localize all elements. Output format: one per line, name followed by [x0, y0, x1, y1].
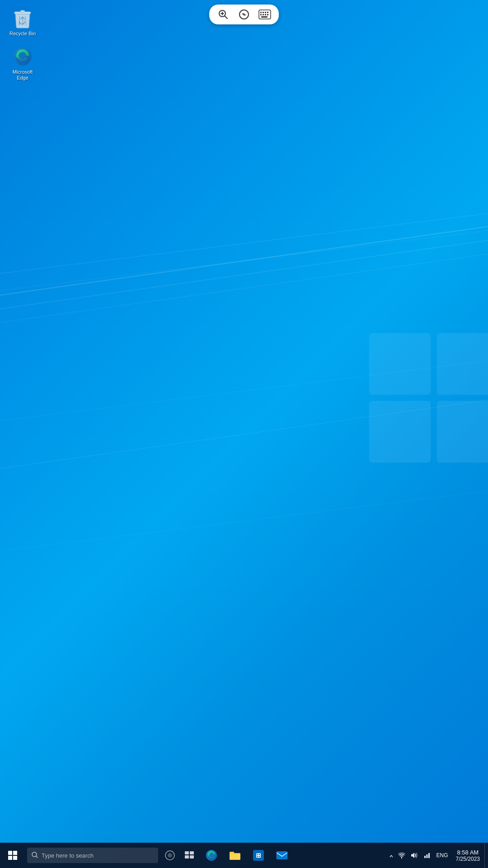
svg-rect-42: [424, 856, 426, 858]
desktop-icons: Recycle Bin: [5, 5, 41, 84]
svg-line-5: [225, 16, 228, 19]
recycle-bin-label: Recycle Bin: [9, 31, 36, 37]
svg-rect-28: [8, 856, 12, 860]
search-placeholder-text: Type here to search: [42, 852, 94, 859]
network-status-icon: [423, 852, 431, 859]
task-view-button[interactable]: [180, 843, 200, 868]
svg-rect-18: [267, 14, 268, 15]
svg-rect-43: [426, 854, 427, 858]
network-connect-icon[interactable]: [421, 843, 433, 868]
tray-time: 8:58 AM: [457, 849, 479, 856]
svg-rect-12: [263, 12, 264, 13]
start-button[interactable]: [0, 843, 25, 868]
search-icon: [32, 852, 38, 859]
svg-line-31: [36, 856, 38, 858]
svg-rect-11: [260, 12, 262, 13]
taskbar-file-explorer-app[interactable]: [223, 843, 247, 868]
edge-label: Microsoft Edge: [7, 69, 38, 81]
volume-icon: [410, 852, 418, 859]
svg-rect-14: [267, 12, 268, 13]
svg-rect-36: [185, 855, 189, 859]
svg-rect-15: [260, 14, 262, 15]
windows-logo-watermark: [366, 330, 488, 466]
svg-point-9: [243, 14, 245, 15]
svg-rect-26: [8, 851, 12, 855]
task-view-icon: [185, 851, 195, 859]
zoom-icon: [218, 9, 229, 20]
recycle-bin-icon[interactable]: Recycle Bin: [5, 5, 41, 39]
taskbar-pinned-apps: ⊞: [200, 843, 387, 868]
network-tray-icon[interactable]: [395, 843, 408, 868]
edge-image: [12, 46, 33, 67]
taskbar: Type here to search: [0, 843, 488, 868]
svg-rect-27: [13, 851, 17, 855]
datetime-tray[interactable]: 8:58 AM 7/25/2023: [451, 843, 484, 868]
floating-toolbar: [209, 5, 279, 24]
language-label: ENG: [436, 852, 448, 859]
taskbar-edge-app[interactable]: [200, 843, 223, 868]
svg-rect-35: [190, 851, 194, 854]
remote-connect-button[interactable]: [235, 7, 253, 22]
keyboard-button[interactable]: [256, 7, 273, 22]
svg-rect-34: [185, 851, 189, 854]
svg-rect-2: [369, 401, 431, 462]
cortana-icon: [164, 850, 175, 861]
cortana-button[interactable]: [160, 843, 180, 868]
volume-tray-icon[interactable]: [408, 843, 421, 868]
wifi-icon: [398, 852, 405, 859]
svg-rect-41: [277, 851, 287, 859]
system-tray: ENG 8:58 AM 7/25/2023: [387, 843, 488, 868]
svg-rect-29: [13, 856, 17, 860]
keyboard-icon: [258, 9, 271, 19]
svg-rect-1: [437, 333, 488, 394]
svg-rect-21: [20, 10, 25, 12]
show-hidden-icons-button[interactable]: [387, 843, 395, 868]
svg-rect-16: [263, 14, 264, 15]
show-desktop-button[interactable]: [484, 843, 488, 868]
desktop: Recycle Bin: [0, 0, 488, 868]
remote-icon: [239, 9, 249, 20]
taskbar-search[interactable]: Type here to search: [27, 848, 158, 863]
taskbar-mail-app[interactable]: [270, 843, 294, 868]
svg-rect-37: [190, 855, 194, 859]
svg-rect-0: [369, 333, 431, 394]
svg-rect-19: [261, 16, 267, 18]
svg-rect-17: [265, 14, 266, 15]
svg-rect-3: [437, 401, 488, 462]
svg-point-33: [168, 853, 172, 858]
start-icon: [8, 851, 17, 860]
language-tray-indicator[interactable]: ENG: [433, 843, 451, 868]
svg-text:⊞: ⊞: [256, 852, 261, 859]
taskbar-store-app[interactable]: ⊞: [247, 843, 270, 868]
recycle-bin-image: [12, 7, 33, 29]
search-magnifier-icon: [32, 852, 38, 858]
tray-date: 7/25/2023: [456, 856, 480, 862]
svg-rect-13: [265, 12, 266, 13]
chevron-up-icon: [389, 852, 394, 859]
svg-rect-44: [428, 853, 430, 858]
microsoft-edge-icon[interactable]: Microsoft Edge: [5, 43, 41, 84]
zoom-button[interactable]: [215, 7, 232, 22]
